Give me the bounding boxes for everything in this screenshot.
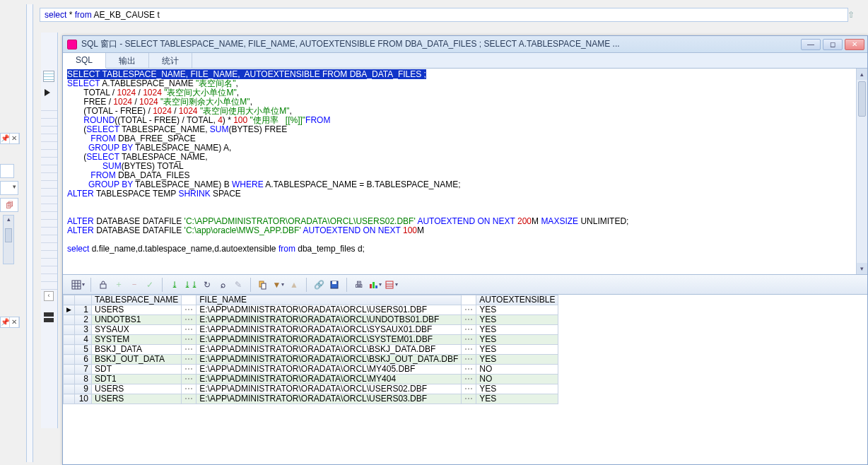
col-tablespace[interactable]: TABLESPACE_NAME bbox=[92, 295, 182, 305]
cell-expand[interactable]: ⋯ bbox=[462, 355, 476, 365]
pin-icon[interactable]: 📌 bbox=[1, 317, 10, 327]
cell-tablespace[interactable]: SDT bbox=[92, 365, 182, 375]
grid-icon[interactable] bbox=[43, 71, 54, 82]
table-row[interactable]: 7SDT⋯E:\APP\ADMINISTRATOR\ORADATA\ORCL\M… bbox=[64, 365, 558, 375]
table-row[interactable]: 6BSKJ_OUT_DATA⋯E:\APP\ADMINISTRATOR\ORAD… bbox=[64, 355, 558, 365]
cell-tablespace[interactable]: SYSTEM bbox=[92, 335, 182, 345]
add-row-button[interactable]: ＋ bbox=[112, 278, 125, 291]
edge-scrollbar[interactable]: ▴ bbox=[3, 215, 14, 264]
close-button[interactable]: ✕ bbox=[845, 39, 864, 50]
cell-expand[interactable]: ⋯ bbox=[462, 305, 476, 315]
cell-autoextensible[interactable]: YES bbox=[476, 384, 558, 394]
tab-output[interactable]: 输出 bbox=[106, 53, 149, 68]
table-row[interactable]: 8SDT1⋯E:\APP\ADMINISTRATOR\ORADATA\ORCL\… bbox=[64, 375, 558, 384]
cell-filename[interactable]: E:\APP\ADMINISTRATOR\ORADATA\ORCL\USERS0… bbox=[197, 384, 462, 394]
splitter-grip-icon[interactable] bbox=[44, 312, 54, 324]
cell-expand[interactable]: ⋯ bbox=[182, 365, 197, 375]
cell-expand[interactable]: ⋯ bbox=[462, 375, 476, 384]
scroll-up-button[interactable]: ▴ bbox=[857, 69, 867, 80]
cell-expand[interactable]: ⋯ bbox=[182, 375, 197, 384]
edge-box[interactable] bbox=[0, 164, 14, 178]
cell-expand[interactable]: ⋯ bbox=[462, 365, 476, 375]
code-area[interactable]: SELECT TABLESPACE_NAME, FILE_NAME, AUTOE… bbox=[63, 69, 856, 274]
cell-autoextensible[interactable]: YES bbox=[476, 315, 558, 325]
tab-stats[interactable]: 统计 bbox=[149, 53, 192, 68]
cell-autoextensible[interactable]: YES bbox=[476, 325, 558, 335]
find-button[interactable]: ⌕ bbox=[216, 278, 229, 291]
cell-tablespace[interactable]: SYSAUX bbox=[92, 325, 182, 335]
cell-expand[interactable]: ⋯ bbox=[462, 325, 476, 335]
editor-scrollbar[interactable]: ▴ ▾ bbox=[856, 69, 867, 274]
minimize-button[interactable]: — bbox=[801, 39, 821, 50]
tab-sql[interactable]: SQL bbox=[63, 53, 106, 69]
scrollbar-thumb[interactable] bbox=[858, 81, 866, 117]
cell-expand[interactable]: ⋯ bbox=[462, 384, 476, 394]
results-grid[interactable]: TABLESPACE_NAME FILE_NAME AUTOEXTENSIBLE… bbox=[63, 295, 867, 404]
cell-tablespace[interactable]: USERS bbox=[92, 384, 182, 394]
query-by-example-button[interactable] bbox=[257, 278, 269, 291]
cell-expand[interactable]: ⋯ bbox=[462, 345, 476, 355]
fetch-all-button[interactable]: ⤓⤓ bbox=[184, 278, 198, 291]
edge-copy-icon[interactable]: 🗐 bbox=[0, 198, 18, 212]
cell-filename[interactable]: E:\APP\ADMINISTRATOR\ORADATA\ORCL\UNDOTB… bbox=[197, 315, 462, 325]
cell-autoextensible[interactable]: NO bbox=[476, 375, 558, 384]
scrollbar-thumb[interactable] bbox=[5, 228, 12, 242]
vertical-splitter[interactable] bbox=[26, 4, 33, 462]
cell-tablespace[interactable]: USERS bbox=[92, 394, 182, 404]
cell-filename[interactable]: E:\APP\ADMINISTRATOR\ORADATA\ORCL\USERS0… bbox=[197, 305, 462, 315]
cell-autoextensible[interactable]: YES bbox=[476, 394, 558, 404]
table-row[interactable]: 4SYSTEM⋯E:\APP\ADMINISTRATOR\ORADATA\ORC… bbox=[64, 335, 558, 345]
save-button[interactable] bbox=[328, 278, 341, 291]
cell-tablespace[interactable]: BSKJ_DATA bbox=[92, 345, 182, 355]
collapse-button[interactable]: ‹ bbox=[44, 291, 54, 301]
copy-dropdown-button[interactable]: ▼ bbox=[272, 278, 285, 291]
table-row[interactable]: 2UNDOTBS1⋯E:\APP\ADMINISTRATOR\ORADATA\O… bbox=[64, 315, 558, 325]
col-autoextensible[interactable]: AUTOEXTENSIBLE bbox=[476, 295, 558, 305]
col-expand[interactable] bbox=[182, 295, 197, 305]
paste-button[interactable]: ▲ bbox=[288, 278, 300, 291]
cell-autoextensible[interactable]: YES bbox=[476, 305, 558, 315]
title-bar[interactable]: SQL 窗口 - SELECT TABLESPACE_NAME, FILE_NA… bbox=[63, 36, 867, 53]
cell-tablespace[interactable]: BSKJ_OUT_DATA bbox=[92, 355, 182, 365]
cell-autoextensible[interactable]: YES bbox=[476, 345, 558, 355]
table-row[interactable]: 10USERS⋯E:\APP\ADMINISTRATOR\ORADATA\ORC… bbox=[64, 394, 558, 404]
cell-filename[interactable]: E:\APP\ADMINISTRATOR\ORADATA\ORCL\USERS0… bbox=[197, 394, 462, 404]
cell-filename[interactable]: E:\APP\ADMINISTRATOR\ORADATA\ORCL\BSKJ_O… bbox=[197, 355, 462, 365]
cell-expand[interactable]: ⋯ bbox=[462, 335, 476, 345]
export-button[interactable] bbox=[385, 278, 398, 291]
cell-expand[interactable]: ⋯ bbox=[462, 315, 476, 325]
cell-tablespace[interactable]: UNDOTBS1 bbox=[92, 315, 182, 325]
commit-button[interactable]: ✓ bbox=[143, 278, 156, 291]
refresh-button[interactable]: ↻ bbox=[201, 278, 213, 291]
edit-button[interactable]: ✎ bbox=[232, 278, 245, 291]
cell-filename[interactable]: E:\APP\ADMINISTRATOR\ORADATA\ORCL\MY405.… bbox=[197, 365, 462, 375]
cell-expand[interactable]: ⋯ bbox=[182, 355, 197, 365]
cell-expand[interactable]: ⋯ bbox=[182, 325, 197, 335]
edge-dropdown[interactable] bbox=[0, 181, 18, 195]
cell-expand[interactable]: ⋯ bbox=[182, 384, 197, 394]
lock-button[interactable] bbox=[97, 278, 110, 291]
scroll-down-button[interactable]: ▾ bbox=[857, 263, 867, 274]
print-button[interactable]: 🖶 bbox=[353, 278, 365, 291]
cell-expand[interactable]: ⋯ bbox=[182, 305, 197, 315]
cell-autoextensible[interactable]: NO bbox=[476, 365, 558, 375]
link-button[interactable]: 🔗 bbox=[312, 278, 325, 291]
table-row[interactable]: 9USERS⋯E:\APP\ADMINISTRATOR\ORADATA\ORCL… bbox=[64, 384, 558, 394]
col-filename[interactable]: FILE_NAME bbox=[197, 295, 462, 305]
cell-expand[interactable]: ⋯ bbox=[462, 394, 476, 404]
cell-expand[interactable]: ⋯ bbox=[182, 345, 197, 355]
delete-row-button[interactable]: － bbox=[128, 278, 141, 291]
fetch-next-button[interactable]: ⤓ bbox=[168, 278, 181, 291]
cell-autoextensible[interactable]: YES bbox=[476, 335, 558, 345]
close-icon[interactable]: ✕ bbox=[10, 317, 19, 327]
chart-button[interactable] bbox=[368, 278, 382, 291]
cell-expand[interactable]: ⋯ bbox=[182, 315, 197, 325]
cell-filename[interactable]: E:\APP\ADMINISTRATOR\ORADATA\ORCL\MY404 bbox=[197, 375, 462, 384]
sql-editor[interactable]: SELECT TABLESPACE_NAME, FILE_NAME, AUTOE… bbox=[63, 69, 867, 275]
cell-filename[interactable]: E:\APP\ADMINISTRATOR\ORADATA\ORCL\SYSTEM… bbox=[197, 335, 462, 345]
table-row[interactable]: ▶1USERS⋯E:\APP\ADMINISTRATOR\ORADATA\ORC… bbox=[64, 305, 558, 315]
top-sql-editor[interactable]: select * from AE_KB_CAUSE t bbox=[40, 8, 848, 22]
pin-icon[interactable]: 📌 bbox=[1, 134, 10, 143]
cell-filename[interactable]: E:\APP\ADMINISTRATOR\ORADATA\ORCL\BSKJ_D… bbox=[197, 345, 462, 355]
cell-tablespace[interactable]: USERS bbox=[92, 305, 182, 315]
